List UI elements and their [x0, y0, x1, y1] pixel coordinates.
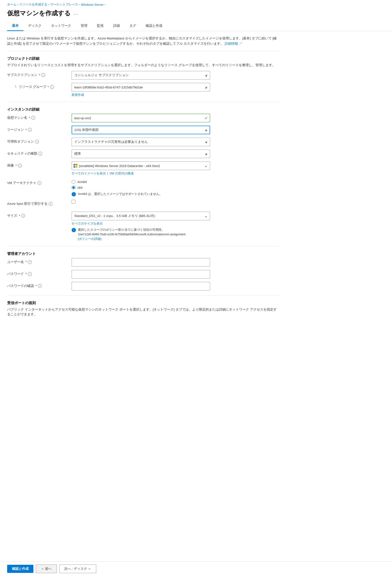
vm-name-info-icon[interactable]: i — [31, 116, 35, 120]
image-link-sep: | — [107, 171, 108, 175]
main-content: Linux または Windows を実行する仮想マシンを作成します。Azure… — [0, 31, 287, 344]
security-type-info-icon[interactable]: i — [38, 152, 42, 156]
section-inbound-desc: パブリック インターネットからアクセス可能な仮想マシンのネットワーク ポートを選… — [7, 307, 279, 317]
radio-x64-label: x64 — [77, 186, 83, 189]
azure-spot-label: Azure Spot 割引で実行する i — [7, 200, 72, 206]
breadcrumb-windows-server[interactable]: Windows Server — [81, 3, 104, 6]
resource-group-select-wrapper: learn-18f38b9a-5cb2-45cb-b747-1315db79d1… — [72, 83, 210, 91]
tab-monitoring[interactable]: 監視 — [92, 21, 108, 31]
tab-advanced[interactable]: 詳細 — [108, 21, 125, 31]
size-policy-info: 選択したスコープのポリシー割り当てに基づく項目の可用性。 1ba712d0-80… — [78, 228, 185, 241]
breadcrumb-sep-1: › — [17, 3, 18, 6]
availability-info-icon[interactable]: i — [35, 140, 39, 144]
region-select-wrapper: (US) 米国中南部 — [72, 126, 210, 134]
breadcrumb-create[interactable]: リソースを作成する — [19, 2, 47, 7]
security-type-select-wrapper: 標準 — [72, 149, 210, 158]
resource-group-dropdown[interactable]: learn-18f38b9a-5cb2-45cb-b747-1315db79d1… — [72, 83, 210, 91]
architecture-info-text: Arm64 は、選択したイメージではサポートされていません。 — [78, 192, 162, 196]
subscription-select-wrapper: コンシェルジェ サブスクリプション — [72, 71, 210, 80]
tabs-bar: 基本 ディスク ネットワーク 管理 監視 詳細 タグ 確認と作成 — [0, 21, 392, 31]
azure-spot-control — [72, 200, 210, 203]
image-row: 画像 * i [smalldisk] Windows Server 2019 D… — [7, 162, 279, 175]
username-input[interactable] — [72, 258, 210, 267]
tab-disk[interactable]: ディスク — [23, 21, 46, 31]
architecture-info-box: i Arm64 は、選択したイメージではサポートされていません。 — [72, 192, 210, 196]
resource-group-row: └ リソース グループ * i learn-18f38b9a-5cb2-45cb… — [7, 83, 279, 97]
subscription-info-icon[interactable]: i — [41, 73, 45, 77]
azure-spot-checkbox-wrap — [72, 200, 210, 203]
radio-arm64-input[interactable] — [72, 180, 76, 184]
divider-4 — [7, 295, 279, 295]
section-project-desc: デプロイされているリソースとコストを管理するサブスクリプションを選択します。フォ… — [7, 63, 279, 68]
show-all-sizes-link[interactable]: すべてのサイズを表示 — [72, 222, 103, 226]
breadcrumb-marketplace[interactable]: マーケットプレース — [50, 2, 78, 7]
resource-group-info-icon[interactable]: i — [50, 85, 54, 89]
tab-review[interactable]: 確認と作成 — [141, 21, 167, 31]
password-control — [72, 270, 210, 279]
breadcrumb-sep-2: › — [48, 3, 49, 6]
tab-basics[interactable]: 基本 — [7, 21, 23, 31]
image-control: [smalldisk] Windows Server 2019 Datacent… — [72, 162, 210, 175]
intro-detail-link[interactable]: 詳細情報 ↗ — [225, 42, 242, 45]
region-row: リージョン * i (US) 米国中南部 — [7, 126, 279, 134]
breadcrumb-home[interactable]: ホーム — [7, 2, 17, 7]
divider-2 — [7, 102, 279, 102]
azure-spot-checkbox[interactable] — [72, 200, 76, 203]
size-info-icon[interactable]: i — [21, 214, 25, 218]
prev-button[interactable]: ＜ 前へ — [36, 565, 57, 573]
section-project-title: プロジェクトの詳細 — [7, 56, 279, 61]
breadcrumb-sep-4: › — [105, 3, 105, 6]
radio-arm64[interactable]: Arm64 — [72, 180, 210, 184]
availability-select-wrapper: インフラストラクチャの冗長性は必要ありません — [72, 138, 210, 146]
confirm-password-info-icon[interactable]: i — [38, 284, 42, 288]
page-title: 仮想マシンを作成する — [7, 9, 71, 17]
tab-tags[interactable]: タグ — [125, 21, 141, 31]
size-info-circle-icon: i — [72, 228, 76, 232]
confirm-password-control — [72, 282, 210, 290]
confirm-create-button[interactable]: 確認と作成 — [7, 565, 33, 573]
password-label: パスワード * i — [7, 270, 72, 276]
subscription-dropdown[interactable]: コンシェルジェ サブスクリプション — [72, 71, 210, 80]
image-dropdown[interactable]: [smalldisk] Windows Server 2019 Datacent… — [72, 162, 210, 170]
resource-group-new-link[interactable]: 新規作成 — [72, 93, 210, 97]
svg-rect-2 — [74, 166, 75, 168]
radio-arm64-label: Arm64 — [77, 180, 87, 184]
vm-architecture-info-icon[interactable]: i — [37, 181, 41, 185]
vm-architecture-row: VM アーキテクチャ i Arm64 x64 i Arm64 は、選択したイメー… — [7, 179, 279, 196]
size-info-box: i 選択したスコープのポリシー割り当てに基づく項目の可用性。 1ba712d0-… — [72, 228, 210, 241]
region-info-icon[interactable]: i — [28, 128, 32, 132]
security-type-label: セキュリティの種類 i — [7, 149, 72, 156]
image-info-icon[interactable]: i — [18, 164, 22, 168]
azure-spot-row: Azure Spot 割引で実行する i — [7, 200, 279, 208]
password-input[interactable] — [72, 270, 210, 279]
size-label: サイズ * i — [7, 212, 72, 218]
tab-management[interactable]: 管理 — [76, 21, 92, 31]
security-type-control: 標準 — [72, 149, 210, 158]
vm-architecture-radio-group: Arm64 x64 — [72, 179, 210, 189]
tab-network[interactable]: ネットワーク — [46, 21, 76, 31]
subscription-row: サブスクリプション * i コンシェルジェ サブスクリプション — [7, 71, 279, 80]
policy-detail-link[interactable]: (ポリシーの詳細) — [78, 237, 185, 241]
size-dropdown[interactable]: Standard_DS1_v2 - 1 vcpu、3.5 GiB メモリ ($8… — [72, 212, 210, 220]
vm-name-input[interactable] — [72, 114, 210, 122]
vm-name-check-icon: ✓ — [205, 116, 208, 120]
radio-x64[interactable]: x64 — [72, 186, 210, 189]
show-all-images-link[interactable]: すべてのイメージを表示 — [72, 171, 106, 175]
availability-control: インフラストラクチャの冗長性は必要ありません — [72, 138, 210, 146]
availability-label: 可用性オプション i — [7, 138, 72, 144]
configure-generation-link[interactable]: VM の世代の構成 — [109, 171, 133, 175]
region-control: (US) 米国中南部 — [72, 126, 210, 134]
username-info-icon[interactable]: i — [28, 260, 32, 264]
confirm-password-input[interactable] — [72, 282, 210, 290]
more-options-button[interactable]: ... — [74, 11, 78, 16]
section-inbound-title: 受信ポートの規則 — [7, 301, 279, 305]
next-button[interactable]: 次へ : ディスク ＞ — [59, 565, 96, 573]
azure-spot-info-icon[interactable]: i — [49, 202, 52, 206]
windows-logo-icon — [73, 164, 78, 168]
region-dropdown[interactable]: (US) 米国中南部 — [72, 126, 210, 134]
confirm-password-label: パスワードの確認 * i — [7, 282, 72, 288]
password-info-icon[interactable]: i — [28, 272, 32, 276]
radio-x64-input[interactable] — [72, 186, 76, 189]
security-type-dropdown[interactable]: 標準 — [72, 149, 210, 158]
availability-dropdown[interactable]: インフラストラクチャの冗長性は必要ありません — [72, 138, 210, 146]
